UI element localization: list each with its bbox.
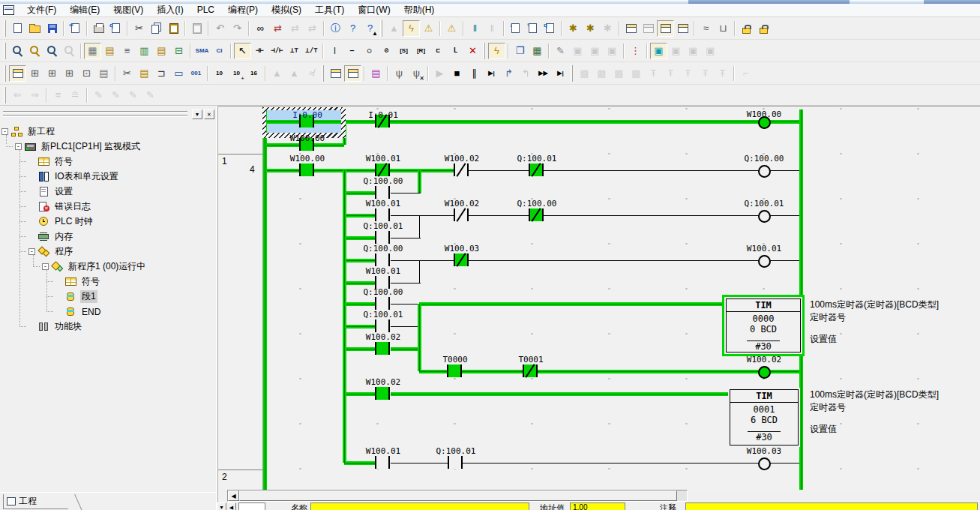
sim-run-button[interactable]: ▶ [431, 65, 448, 82]
find-replace-button[interactable]: ⇄ [269, 20, 286, 37]
context-help-button[interactable]: ▲? [361, 20, 379, 37]
contact-W100.02[interactable] [375, 387, 390, 400]
online-edit-begin-button[interactable]: ✱ [565, 20, 582, 37]
transfer-warn-button[interactable]: ⚠ [443, 20, 460, 37]
cross-reference-button[interactable]: ▦ [529, 43, 546, 59]
replace-button[interactable]: ⇄ [286, 20, 304, 37]
pause-monitor-button[interactable]: ‖ [466, 20, 484, 37]
contact-Q:100.00[interactable] [375, 297, 390, 310]
redo-button[interactable]: ↷ [229, 20, 246, 37]
compare-with-plc-button[interactable]: ∞ [67, 20, 84, 37]
align-1-button[interactable]: ≡ [49, 87, 67, 104]
coil-Q:100.00[interactable] [758, 165, 771, 178]
menu-0[interactable]: 文件(F) [20, 2, 63, 20]
menu-9[interactable]: 帮助(H) [397, 2, 442, 20]
monitor-decimal-button[interactable]: 10 [211, 65, 228, 82]
panel-pin-button[interactable]: ▼ [192, 110, 202, 119]
contact-Q:100.00[interactable] [375, 254, 390, 266]
tree-item-功能块[interactable]: 功能块 [28, 320, 83, 333]
watch-blank-field[interactable] [238, 502, 265, 510]
watch-window-4-button[interactable] [674, 20, 691, 37]
menu-1[interactable]: 编辑(E) [63, 2, 106, 20]
io-comment-button[interactable]: ❐ [511, 43, 529, 59]
menu-5[interactable]: 编程(P) [221, 2, 265, 20]
tree-item-END[interactable]: END [55, 305, 102, 318]
monitor-mode-button[interactable] [344, 65, 361, 82]
undo-button[interactable]: ↶ [211, 20, 229, 37]
contact-Q:100.01[interactable] [448, 456, 463, 469]
new-reset-button[interactable]: [R] [412, 43, 430, 59]
sim-scan-button[interactable]: ▶| [552, 65, 569, 82]
stop-simulator-button[interactable]: ✕ψ [408, 65, 425, 82]
watch-name-field[interactable] [310, 502, 529, 510]
scroll-thumb[interactable] [239, 490, 677, 501]
sim-step-button[interactable]: ▶| [483, 65, 500, 82]
sim-step-out-button[interactable]: ↰ [517, 65, 535, 82]
contact-W100.02[interactable] [454, 164, 469, 176]
new-vertical-button[interactable]: | [326, 43, 343, 59]
find-warn-button[interactable]: ⚠ [420, 20, 437, 37]
work-online-simulator-button[interactable]: ϟ [403, 20, 420, 37]
compare-program-button[interactable]: q [541, 20, 559, 37]
show-tree-button[interactable]: ⊟ [170, 43, 187, 59]
toolbar-handle[interactable] [571, 65, 573, 82]
print-preview-button[interactable]: q [107, 20, 124, 37]
toolbar-handle[interactable] [4, 20, 6, 37]
delete-button[interactable]: ✕ [464, 43, 481, 59]
tree-expand-box[interactable]: - [28, 248, 35, 255]
contact-Q:100.00[interactable] [375, 186, 390, 199]
scroll-left-button[interactable]: ◀ [228, 490, 239, 501]
window-output-button[interactable]: ⊞ [26, 65, 43, 82]
diff-1-button[interactable]: ▩ [576, 65, 593, 82]
new-instruction-button[interactable]: ⊏ [430, 43, 447, 59]
indent-left-button[interactable]: ⇐ [9, 87, 26, 104]
info-button[interactable]: ⓘ [327, 20, 344, 37]
window-reference-button[interactable]: ⊞ [61, 65, 78, 82]
show-grid-button[interactable]: ▦ [84, 43, 101, 59]
diff-8-button[interactable]: Ŧ [697, 65, 714, 82]
tree-item-新PLC1[CP1H] 监视模式[interactable]: -新PLC1[CP1H] 监视模式 [15, 140, 142, 153]
upload-gray-button[interactable]: ▲ [385, 20, 403, 37]
diff-3-button[interactable]: ▩ [610, 65, 628, 82]
coil-W100.02[interactable] [758, 366, 771, 379]
zoom-out-button[interactable] [43, 43, 61, 59]
sim-step-in-button[interactable]: ↱ [500, 65, 517, 82]
find-button[interactable]: ∞ [252, 20, 269, 37]
watch-addr-field[interactable]: 1.00 [570, 502, 625, 510]
gray-1-button[interactable]: ▣ [569, 43, 586, 59]
sim-pause-button[interactable]: ∥ [466, 65, 483, 82]
tree-item-新程序1 (00)运行中[interactable]: -新程序1 (00)运行中 [42, 260, 147, 273]
edit-comment-button[interactable]: ✎ [552, 43, 569, 59]
gray-3-button[interactable]: ▣ [604, 43, 621, 59]
help-button[interactable]: ? [344, 20, 361, 37]
menu-3[interactable]: 插入(I) [150, 2, 190, 20]
contact-Q:100.00[interactable] [529, 208, 544, 221]
menu-8[interactable]: 窗口(W) [351, 2, 397, 20]
contact-T0000[interactable] [447, 364, 462, 377]
tree-expand-box[interactable]: - [15, 143, 22, 150]
contact-W100.03[interactable] [454, 254, 469, 266]
diff-7-button[interactable]: Ŧ [679, 65, 697, 82]
select-mode-button[interactable]: ↖ [234, 43, 251, 59]
win-gray-2-button[interactable]: ▣ [685, 43, 702, 59]
contact-W100.01[interactable] [375, 164, 390, 176]
diff-4-button[interactable]: ▩ [628, 65, 645, 82]
tab-project[interactable]: 工程 [3, 494, 72, 509]
monitor-signed-decimal-button[interactable]: +10 [228, 65, 245, 82]
panel-grip[interactable] [3, 111, 187, 113]
set-password-button[interactable] [738, 20, 755, 37]
monitor-io-button[interactable]: ▥ [136, 43, 153, 59]
pen-4-button[interactable]: ✎ [142, 87, 159, 104]
open-file-button[interactable] [26, 20, 43, 37]
pen-3-button[interactable]: ✎ [124, 87, 142, 104]
tim-block-0001[interactable]: TIM 0001 6 BCD #30 [730, 389, 799, 446]
force-on-button[interactable]: ▲ [268, 65, 286, 82]
contact-Q:100.01[interactable] [375, 320, 390, 332]
watch-collapse-button[interactable]: ▼ [217, 502, 226, 510]
ladder-diagram[interactable]: I:0.00I:0.01W100.00W100.00W100.01W100.02… [218, 106, 980, 490]
tree-item-新工程[interactable]: -新工程 [1, 125, 56, 138]
tree-item-内存[interactable]: 内存 [28, 230, 74, 243]
return-gray-button[interactable]: ⌐ [737, 65, 754, 82]
new-set-button[interactable]: [S] [395, 43, 412, 59]
toolbar-handle[interactable] [483, 43, 485, 59]
